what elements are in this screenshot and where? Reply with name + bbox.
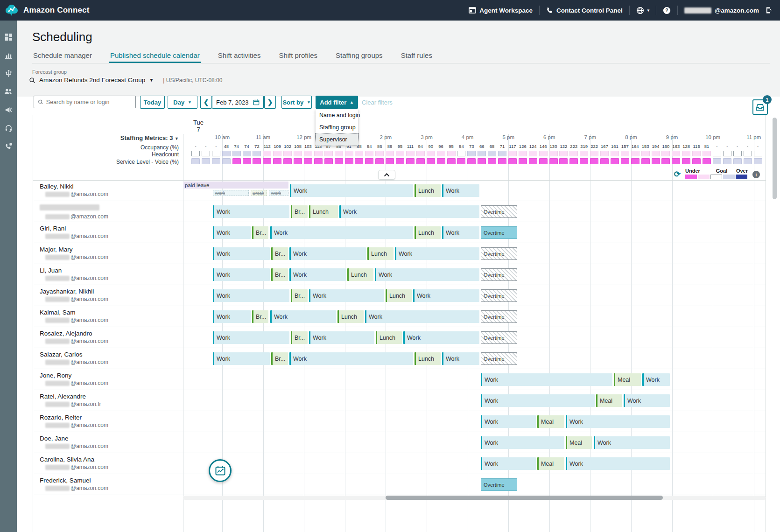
lunch-bar[interactable]: Lunch <box>415 184 441 197</box>
employee-name-cell[interactable]: Giri, Rani@amazon.com <box>40 225 180 239</box>
meal-bar[interactable]: Meal <box>537 415 564 428</box>
lunch-bar[interactable]: Lunch <box>415 352 441 365</box>
work-bar[interactable]: Work <box>403 331 479 344</box>
meal-bar[interactable]: Meal <box>596 394 622 407</box>
employee-name-cell[interactable]: Ratel, Alexandre@amazon.fr <box>40 393 180 407</box>
work-bar[interactable]: Work <box>339 205 479 218</box>
work-bar[interactable]: Work <box>289 268 346 281</box>
collapse-metrics-button[interactable] <box>378 170 395 180</box>
employee-name-cell[interactable]: Rosalez, Alejandro@amazon.com <box>40 330 180 344</box>
vertical-scrollbar-thumb[interactable] <box>773 118 777 199</box>
work-bar[interactable]: Work <box>213 205 289 218</box>
work-bar[interactable]: Work <box>442 226 479 239</box>
schedule-insights-fab[interactable] <box>209 459 232 482</box>
clear-filters-link[interactable]: Clear filters <box>362 99 393 106</box>
work-bar[interactable]: Work <box>213 310 251 323</box>
sort-by-dropdown[interactable]: Sort by▼ <box>281 96 312 109</box>
metrics-icon[interactable] <box>4 51 13 59</box>
employee-name-cell[interactable]: @amazon.com <box>40 204 180 220</box>
work-bar[interactable]: Work <box>213 352 270 365</box>
work-bar[interactable]: Work <box>270 226 413 239</box>
work-bar[interactable]: Work <box>566 457 670 470</box>
lunch-bar[interactable]: Lunch <box>386 289 412 302</box>
work-bar[interactable]: Work <box>481 415 536 428</box>
work-bar[interactable]: Work <box>481 373 612 386</box>
next-day-button[interactable]: ❯ <box>264 96 276 109</box>
overtime-solid-bar[interactable]: Overtime <box>481 478 517 491</box>
employee-name-cell[interactable]: Carolina, Silvia Ana@amazon.com <box>40 456 180 470</box>
headset-icon[interactable] <box>4 124 13 132</box>
tab-published-schedule-calendar[interactable]: Published schedule calendar <box>109 49 201 63</box>
work-bar[interactable]: Work <box>566 415 670 428</box>
overtime-hatched-bar[interactable]: Overtime <box>481 247 517 260</box>
employee-name-cell[interactable]: Frederick, Samuel@amazon.com <box>40 477 180 491</box>
language-selector[interactable]: ▾ <box>636 7 649 14</box>
agent-workspace-link[interactable]: Agent Workspace <box>469 7 533 14</box>
horizontal-scrollbar-thumb[interactable] <box>386 496 663 500</box>
work-bar[interactable]: Work <box>413 289 479 302</box>
work-bar[interactable]: Work <box>213 331 289 344</box>
work-bar[interactable]: Work <box>290 184 413 197</box>
work-cancelled-bar[interactable]: Work <box>269 190 288 196</box>
break-bar[interactable]: Br... <box>291 205 308 218</box>
sign-out-button[interactable] <box>766 7 773 14</box>
work-bar[interactable]: Work <box>270 310 336 323</box>
previous-day-button[interactable]: ❮ <box>200 96 212 109</box>
work-bar[interactable]: Work <box>481 394 595 407</box>
employee-name-cell[interactable]: Major, Mary@amazon.com <box>40 246 180 260</box>
lunch-bar[interactable]: Lunch <box>347 268 373 281</box>
lunch-bar[interactable]: Lunch <box>337 310 364 323</box>
break-bar[interactable]: Br... <box>252 226 268 239</box>
announcements-icon[interactable] <box>4 105 13 114</box>
work-bar[interactable]: Work <box>624 394 670 407</box>
tab-schedule-manager[interactable]: Schedule manager <box>32 49 93 63</box>
overtime-solid-bar[interactable]: Overtime <box>481 226 517 239</box>
tab-staff-rules[interactable]: Staff rules <box>400 49 433 63</box>
meal-bar[interactable]: Meal <box>614 373 641 386</box>
forecast-group-select[interactable]: Amazon Refunds 2nd Forecast Group ▼ | US… <box>29 77 222 84</box>
routing-icon[interactable] <box>4 69 13 77</box>
work-bar[interactable]: Work <box>442 184 479 197</box>
work-bar[interactable]: Work <box>213 226 251 239</box>
filter-menu-item-name-and-login[interactable]: Name and login <box>316 109 358 121</box>
employee-name-cell[interactable]: Kaimal, Sam@amazon.com <box>40 309 180 323</box>
calls-icon[interactable] <box>4 142 13 150</box>
tab-staffing-groups[interactable]: Staffing groups <box>335 49 384 63</box>
user-account[interactable]: @amazon.com <box>684 7 759 14</box>
info-icon[interactable]: i <box>752 171 760 178</box>
break-cancelled-bar[interactable]: Break <box>251 190 267 196</box>
work-bar[interactable]: Work <box>213 247 270 260</box>
work-bar[interactable]: Work <box>309 289 384 302</box>
work-bar[interactable]: Work <box>365 310 479 323</box>
break-bar[interactable]: Br... <box>271 247 288 260</box>
overtime-hatched-bar[interactable]: Overtime <box>481 205 517 218</box>
dashboard-icon[interactable] <box>4 33 13 41</box>
employee-name-cell[interactable]: Jayashankar, Nikhil@amazon.com <box>40 288 180 302</box>
lunch-bar[interactable]: Lunch <box>309 205 338 218</box>
work-bar[interactable]: Work <box>481 436 564 449</box>
work-bar[interactable]: Work <box>481 457 536 470</box>
paid-leave-bar[interactable]: paid leave <box>183 182 288 189</box>
lunch-bar[interactable]: Lunch <box>415 226 441 239</box>
work-bar[interactable]: Work <box>289 247 366 260</box>
search-input[interactable] <box>46 99 132 105</box>
overtime-hatched-bar[interactable]: Overtime <box>481 289 517 302</box>
staffing-metrics-toggle[interactable]: Staffing Metrics: 3 ▼ <box>33 134 179 141</box>
work-bar[interactable]: Work <box>375 268 479 281</box>
search-field[interactable] <box>34 96 136 108</box>
employee-name-cell[interactable]: Li, Juan@amazon.com <box>40 267 180 281</box>
filter-menu-item-staffing-group[interactable]: Staffing group <box>316 121 358 133</box>
employee-name-cell[interactable]: Rozario, Reiter@amazon.com <box>40 414 180 428</box>
overtime-hatched-bar[interactable]: Overtime <box>481 352 517 365</box>
work-bar[interactable]: Work <box>395 247 479 260</box>
employee-name-cell[interactable]: Doe, Jane@amazon.com <box>40 435 180 449</box>
work-bar[interactable]: Work <box>642 373 670 386</box>
filter-menu-item-supervisor[interactable]: Supervisor <box>316 133 358 146</box>
work-bar[interactable]: Work <box>442 352 479 365</box>
add-filter-button[interactable]: Add filter▲ <box>316 96 358 109</box>
break-bar[interactable]: Br... <box>252 310 268 323</box>
help-button[interactable]: ? <box>663 7 671 14</box>
today-button[interactable]: Today <box>140 96 165 109</box>
date-picker[interactable]: Feb 7, 2023 <box>212 96 264 109</box>
users-icon[interactable] <box>4 87 13 96</box>
